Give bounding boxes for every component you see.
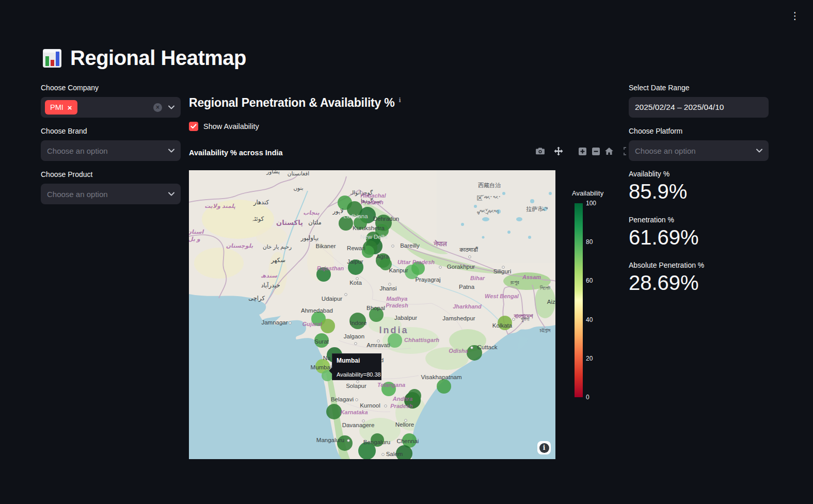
brand-label: Choose Brand [41, 127, 87, 135]
map-label: Kurukshetra [353, 225, 385, 231]
map-data-point[interactable] [437, 379, 451, 394]
map-label: 西藏自治 [478, 182, 501, 188]
metric-label: Penetration % [629, 216, 769, 224]
map-label: پاکستان [276, 219, 303, 226]
map-data-point[interactable] [321, 319, 335, 333]
india-availability-map[interactable]: افغانستانپشاوربنوںکندھارہلمند ولایتگوجرا… [189, 170, 555, 459]
map-label: Andhra [392, 396, 413, 402]
chevron-down-icon [756, 149, 762, 153]
map-label: و بل [189, 236, 200, 242]
map-label: بلوچستان [226, 242, 254, 249]
map-label: Jabalpur [394, 315, 417, 321]
map-label: بنوں [293, 185, 303, 191]
map-label: Kurnool [360, 402, 380, 409]
company-multiselect[interactable]: PMI × × [41, 97, 181, 118]
download-png-icon[interactable] [533, 146, 547, 156]
map-label: Uttar Pradesh [397, 259, 435, 265]
map-label: Jalgaon [344, 333, 364, 339]
city-marker [356, 399, 358, 401]
map-label: Bengaluru [363, 439, 390, 445]
metric-value: 61.69% [629, 226, 769, 249]
chevron-down-icon [168, 149, 174, 153]
figure-title: Availability % across India [189, 149, 283, 157]
map-label: Dehradun [373, 216, 400, 222]
map-data-point[interactable] [326, 404, 342, 419]
city-marker [469, 256, 471, 258]
map-label: Aiza [547, 299, 555, 305]
clear-all-icon[interactable]: × [153, 103, 162, 112]
map-label: Bhopal [366, 305, 385, 311]
map-label: চট্টগ্রাম [539, 327, 551, 333]
map-label: Mangaluru [316, 437, 344, 443]
map-label: رحیم یار خان [263, 243, 292, 250]
map-label: Ahmedabad [301, 307, 333, 314]
map-attribution-button[interactable]: i [537, 441, 551, 454]
map-label: 区 བོད་རང་ [476, 195, 501, 201]
map-label: Madhya [387, 296, 408, 302]
map-label: Jamnagar [261, 319, 288, 326]
map-label: Rajasthan [317, 265, 344, 271]
reset-view-home-icon[interactable] [602, 146, 616, 156]
colorbar-tick-label: 100 [586, 200, 596, 207]
city-marker [289, 322, 292, 324]
map-label: India [379, 325, 408, 335]
tooltip-value: Availability=80.38 [337, 371, 377, 378]
colorbar-tick-label: 60 [586, 277, 593, 284]
map-label: Surat [314, 338, 329, 345]
map-label: Cuttack [477, 344, 498, 350]
metric-label: Absolute Penetration % [629, 261, 769, 269]
bar-chart-icon [41, 47, 63, 69]
map-label: সিলেট [539, 285, 551, 291]
app-header: Regional Heatmap [41, 46, 246, 70]
map-label: Gorakhpur [447, 264, 475, 270]
metric-value: 28.69% [629, 271, 769, 295]
map-label: New Delhi [360, 234, 387, 240]
map-label: Pradesh [390, 403, 413, 409]
city-marker [385, 405, 387, 408]
checkbox-label: Show Availability [203, 122, 259, 131]
metric-label: Availablity % [629, 170, 769, 178]
platform-select[interactable]: Choose an option [629, 140, 769, 161]
map-label: بہاولپور [300, 235, 319, 242]
map-label: حیدرآباد [261, 282, 280, 289]
date-range-input[interactable]: 2025/02/24 – 2025/04/10 [629, 97, 769, 118]
selected-chip-pmi[interactable]: PMI × [45, 100, 77, 115]
map-label: سکھر [270, 257, 285, 264]
map-label: سندھ [261, 272, 277, 279]
show-availability-checkbox[interactable]: Show Availability [189, 122, 259, 131]
pan-icon[interactable] [552, 146, 565, 156]
city-marker [471, 347, 473, 349]
map-label: Ludhiana [343, 213, 368, 219]
chip-remove-icon[interactable]: × [68, 104, 72, 111]
zoom-out-icon[interactable] [589, 146, 602, 156]
colorbar-title: Availability [572, 189, 603, 197]
map-label: Kolkata [492, 322, 513, 329]
map-label: Gujarat [302, 321, 323, 327]
map-label: Jharkhand [453, 303, 482, 310]
product-select[interactable]: Choose an option [41, 184, 181, 204]
colorbar-tick-label: 20 [586, 355, 593, 362]
map-label: Bihar [470, 275, 485, 281]
date-range-label: Select Date Range [629, 84, 690, 92]
map-label: Udaipur [322, 296, 342, 302]
kebab-menu-icon[interactable]: ⋮ [789, 9, 801, 24]
map-label: Indore [350, 320, 367, 326]
map-label: Chennai [397, 438, 419, 444]
metric-value: 85.9% [629, 180, 769, 203]
map-canvas[interactable]: افغانستانپشاوربنوںکندھارہلمند ولایتگوجرا… [189, 170, 555, 459]
plotly-modebar [533, 146, 634, 156]
help-info-icon[interactable]: i [399, 97, 401, 104]
map-label: افغانستان [288, 170, 310, 176]
map-label: काठमाडौं [459, 246, 478, 253]
tooltip-city: Mumbai [337, 357, 377, 364]
checkbox-checked-icon[interactable] [189, 122, 198, 131]
map-label: Nellore [395, 421, 414, 428]
platform-label: Choose Platform [629, 127, 682, 135]
map-label: Kanpur [389, 267, 408, 273]
map-label: ملتان [308, 219, 321, 226]
date-range-value: 2025/02/24 – 2025/04/10 [635, 103, 724, 112]
zoom-in-icon[interactable] [576, 146, 589, 156]
city-marker [355, 343, 357, 345]
map-label: Prayagraj [415, 277, 440, 283]
brand-select[interactable]: Choose an option [41, 140, 181, 161]
